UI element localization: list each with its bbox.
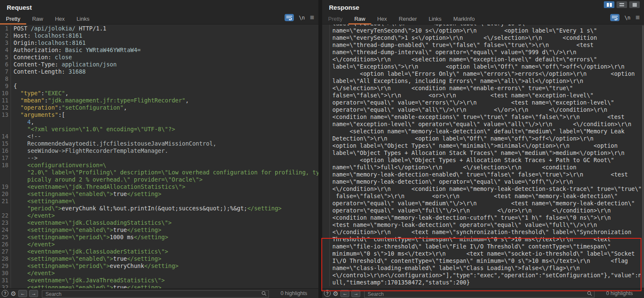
- tab-hex[interactable]: Hex: [49, 13, 71, 24]
- code-line: <test name=\"memory-leak-detection\" ope…: [322, 221, 644, 229]
- code-line: 17 -->: [0, 155, 318, 162]
- code-line: 7Content-Length: 31688: [0, 68, 318, 75]
- help-icon[interactable]: ?: [324, 290, 331, 297]
- response-scrollbar[interactable]: [642, 25, 644, 288]
- code-line: <option label=\"Object Types + Allocatio…: [322, 157, 644, 164]
- response-header: Response: [322, 0, 644, 13]
- code-line: name=\"everySecond\">1 s<\/option>\r\n <…: [322, 34, 644, 41]
- single-layout-icon: [633, 3, 637, 7]
- magnifier-icon: [587, 291, 592, 296]
- code-line: 28 <settingname=\"enabled\">true</settin…: [0, 255, 318, 262]
- code-line: 20 <settingname=\"enabled\">true</settin…: [0, 190, 318, 198]
- code-line: 22 </event>: [0, 212, 318, 219]
- code-line: 9{: [0, 83, 318, 90]
- code-line: 4,: [0, 119, 318, 126]
- code-line: name=\"full\">full<\/option>\r\n <\/sele…: [322, 164, 644, 171]
- response-editor-controls: \n ≡: [610, 14, 640, 21]
- tab-pretty[interactable]: Pretty: [0, 13, 26, 24]
- help-icon[interactable]: ?: [2, 290, 8, 297]
- tab-raw[interactable]: Raw: [26, 13, 49, 24]
- code-line: label=\"Exceptions\">\r\n <option label=…: [322, 63, 644, 70]
- request-search-input[interactable]: [42, 290, 269, 298]
- newline-toggle-button[interactable]: \n: [625, 15, 630, 21]
- hamburger-menu-icon[interactable]: ≡: [310, 15, 314, 21]
- code-line: name=\"everyTenSecond\">10 s<\/option>\r…: [322, 27, 644, 34]
- code-line: 23 <eventname=\"jdk.ClassLoadingStatisti…: [0, 219, 318, 226]
- scrollbar-thumb[interactable]: [642, 25, 644, 287]
- word-wrap-toggle-button[interactable]: [610, 14, 619, 21]
- code-line: <selection name=\"memory-leak-detection\…: [322, 128, 644, 135]
- layout-single-button[interactable]: [629, 1, 640, 8]
- tab-hex[interactable]: Hex: [371, 13, 393, 24]
- request-editor[interactable]: 1POST /api/jolokia/ HTTP/1.12Host: local…: [0, 25, 318, 288]
- code-line: name=\"thread-dump-enabled\" true=\"fals…: [322, 41, 644, 49]
- code-line: 8: [0, 75, 318, 83]
- layout-rows-button[interactable]: [617, 1, 627, 8]
- code-line: <\/selection>\r\n <condition name=\"enab…: [322, 85, 644, 92]
- code-line: name=\"thread-dump-interval\" operator=\…: [322, 49, 644, 56]
- burp-message-editor: Request PrettyRawHexLinks \n ≡ 1POST /ap…: [0, 0, 644, 298]
- code-line: "<?xml version=\"1.0\" encoding=\"UTF-8\…: [0, 126, 318, 133]
- layout-columns-button[interactable]: [604, 1, 614, 8]
- tab-links[interactable]: Links: [423, 13, 447, 24]
- layout-buttons: [604, 1, 640, 8]
- code-line: label=\"Object Types + Allocation Stack …: [322, 149, 644, 157]
- response-editor[interactable]: label=\"Period\">\r\n <option label=\"Ev…: [322, 25, 644, 288]
- tab-links[interactable]: Links: [71, 13, 95, 24]
- arrow-left-icon: ←: [343, 290, 348, 296]
- code-line: "2.0\" label=\"Profiling\" description=\…: [0, 169, 318, 176]
- hamburger-menu-icon[interactable]: ≡: [636, 15, 640, 21]
- request-code: 1POST /api/jolokia/ HTTP/1.12Host: local…: [0, 25, 318, 288]
- code-line: 5Connection: close: [0, 54, 318, 61]
- word-wrap-toggle-button[interactable]: [285, 14, 294, 21]
- arrow-right-icon: →: [354, 290, 359, 296]
- response-tabbar: PrettyRawHexRenderLinksMarkInfo \n ≡: [322, 13, 644, 25]
- next-match-button[interactable]: →: [351, 290, 360, 297]
- tab-pretty[interactable]: Pretty: [322, 13, 348, 24]
- code-line: I\/O Threshold\" contentType=\"timespan\…: [322, 257, 644, 265]
- request-search-field-wrap: [42, 290, 269, 297]
- code-line: false=\"false\">\r\n <or>\r\n <test name…: [322, 92, 644, 99]
- next-match-button[interactable]: →: [29, 290, 38, 297]
- response-code: label=\"Period\">\r\n <option label=\"Ev…: [322, 25, 644, 286]
- arrow-right-icon: →: [31, 290, 36, 296]
- code-line: ull,"timestamp":1701358472,"status":200}: [322, 279, 644, 286]
- response-search-input[interactable]: [364, 290, 595, 298]
- code-line: 18 <configurationversion=\: [0, 162, 318, 169]
- code-line: 25 <settingname=\"period\">1000 ms</sett…: [0, 234, 318, 241]
- code-line: <condition name=\"memory-leak-detection-…: [322, 214, 644, 221]
- previous-match-button[interactable]: ←: [18, 290, 27, 297]
- code-line: Threshold\" contentType=\"timespan\" min…: [322, 236, 644, 243]
- code-line: operator=\"equal\" value=\"errors\"\/>\r…: [322, 99, 644, 106]
- code-line: label=\"All Exceptions, including Errors…: [322, 77, 644, 85]
- previous-match-button[interactable]: ←: [340, 290, 349, 297]
- response-panel: Response PrettyRawHexRenderLinksMarkInfo: [322, 0, 644, 298]
- request-header: Request: [0, 0, 318, 13]
- code-line: minimum=\"0 s\">10 ms<\/text>\r\n <text …: [322, 250, 644, 257]
- word-wrap-icon: [286, 15, 293, 20]
- code-line: 16 seeWindow->FlightRecorderTemplateMana…: [0, 147, 318, 155]
- request-panel: Request PrettyRawHexLinks \n ≡ 1POST /ap…: [0, 0, 318, 298]
- request-searchbar: ? ⚙ ← → 0 highlights: [0, 288, 318, 298]
- code-line: operator=\"equal\" value=\"all\"\/>\r\n …: [322, 106, 644, 113]
- tab-markinfo[interactable]: MarkInfo: [447, 13, 481, 24]
- code-line: 31 <eventname=\"jdk.JavaThreadStatistics…: [0, 277, 318, 284]
- code-line: 26 </event>: [0, 241, 318, 248]
- code-line: name=\"memory-leak-detection\" operator=…: [322, 178, 644, 185]
- code-line: 13 "arguments":[: [0, 111, 318, 119]
- search-settings-gear-icon[interactable]: ⚙: [11, 290, 16, 297]
- request-tabbar: PrettyRawHexLinks \n ≡: [0, 13, 318, 25]
- newline-toggle-button[interactable]: \n: [299, 15, 305, 21]
- code-line: 6Content-Type: application/json: [0, 61, 318, 68]
- code-line: Detection\">\r\n <option label=\"Off\" n…: [322, 135, 644, 142]
- code-line: name=\"file-io-threshold\" label=\"File …: [322, 243, 644, 250]
- tab-raw[interactable]: Raw: [348, 13, 371, 24]
- word-wrap-icon: [611, 15, 618, 20]
- code-line: false=\"false\">\r\n <or>\r\n <test name…: [322, 193, 644, 200]
- code-line: 24 <settingname=\"enabled\">true</settin…: [0, 226, 318, 234]
- code-line: 2Host: localhost:8161: [0, 32, 318, 39]
- search-settings-gear-icon[interactable]: ⚙: [333, 290, 338, 297]
- response-title: Response: [329, 4, 359, 11]
- tab-render[interactable]: Render: [393, 13, 423, 24]
- request-highlights-count: 0 highlights: [271, 290, 317, 296]
